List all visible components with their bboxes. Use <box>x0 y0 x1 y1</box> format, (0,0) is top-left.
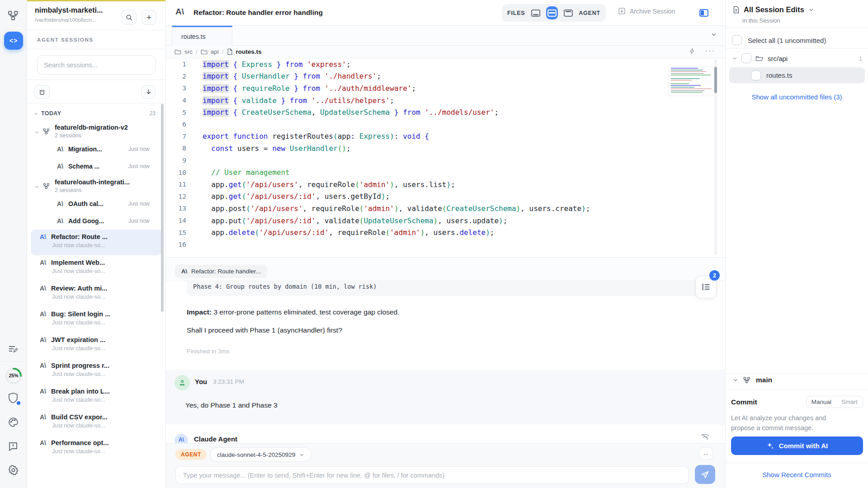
feedback-icon[interactable] <box>8 441 19 452</box>
chat-tab-active[interactable]: A\ Refactor: Route handler... <box>175 265 267 278</box>
split-view-button[interactable] <box>546 6 558 19</box>
workflow-icon[interactable] <box>8 10 19 22</box>
session-meta: Just now claude-so... <box>52 242 157 249</box>
session-title: Migration... <box>68 145 102 153</box>
session-item[interactable]: A\Review: Auth mi...Just now claude-so..… <box>27 281 165 307</box>
sessions-sidebar: nimbalyst-marketi... /var/folders/nq/100… <box>27 0 166 488</box>
select-all-checkbox[interactable] <box>732 35 742 45</box>
chevron-down-icon[interactable] <box>733 377 738 383</box>
folder-checkbox[interactable] <box>741 53 751 63</box>
agent-logo-icon: A\ <box>57 163 63 170</box>
branch-group-header[interactable]: feature/oauth-integrati...2 sessions <box>27 175 165 195</box>
code-editor[interactable]: 1import { Express } from 'express';2impo… <box>166 58 725 257</box>
session-title: Implement Web... <box>51 259 105 266</box>
new-session-button[interactable]: + <box>142 10 156 25</box>
branch-session-item[interactable]: A\Add Goog...Just now <box>27 212 165 230</box>
search-button[interactable] <box>122 10 137 25</box>
agent-view-button[interactable] <box>562 6 574 19</box>
composer-collapse-button[interactable]: -- <box>699 447 713 460</box>
branch-group-header[interactable]: feature/db-migration-v22 sessions <box>27 120 165 141</box>
finished-status: Finished in 3ms <box>187 348 230 355</box>
view-mode-segmented-control: FILES AGENT <box>502 4 606 22</box>
branch-session-item[interactable]: A\Schema ...Just now <box>27 158 165 175</box>
show-all-uncommitted-link[interactable]: Show all uncommitted files (3) <box>726 93 868 101</box>
edits-header[interactable]: All Session Edits <box>733 5 814 14</box>
model-selector[interactable]: claude-sonnet-4-5-20250929 <box>210 447 311 462</box>
usage-progress-ring[interactable]: 25% <box>5 367 23 385</box>
session-item[interactable]: A\Break plan into L...Just now claude-so… <box>27 384 165 410</box>
session-time: Just now <box>128 163 150 169</box>
shield-icon[interactable] <box>8 392 19 404</box>
palette-icon[interactable] <box>8 417 19 428</box>
today-group-header[interactable]: TODAY23 <box>27 107 165 120</box>
session-title: Break plan into L... <box>51 388 110 395</box>
session-meta: Just now claude-so... <box>52 397 161 403</box>
paper-plane-icon <box>701 470 709 479</box>
breadcrumb-api[interactable]: api <box>211 48 219 55</box>
branch-row[interactable]: main <box>733 376 772 384</box>
sidebar-scrollbar[interactable] <box>161 104 164 312</box>
branch-session-item[interactable]: A\OAuth cal...Just now <box>27 195 165 212</box>
session-item[interactable]: A\Performance opt...Just now claude-so..… <box>27 436 165 461</box>
session-item[interactable]: A\Implement Web...Just now claude-so... <box>27 255 165 281</box>
message-input[interactable] <box>175 466 689 484</box>
session-item[interactable]: A\Sprint progress r...Just now claude-so… <box>27 358 165 384</box>
tab-list-chevron-icon[interactable] <box>711 31 717 38</box>
editor-tab-bar: routes.ts <box>166 26 725 46</box>
folder-icon <box>175 49 181 55</box>
code-line: 10 // User management <box>166 166 725 178</box>
code-workspace-button[interactable]: <> <box>4 32 23 50</box>
line-number: 1 <box>166 61 186 68</box>
files-view-button[interactable] <box>529 6 541 19</box>
mode-manual[interactable]: Manual <box>807 399 836 405</box>
show-recent-commits-link[interactable]: Show Recent Commits <box>726 471 868 479</box>
minimap[interactable] <box>668 66 713 96</box>
session-item[interactable]: A\Bug: Silent login ...Just now claude-s… <box>27 307 165 333</box>
file-checkbox[interactable] <box>751 70 761 80</box>
search-sessions-input[interactable] <box>37 55 156 75</box>
outline-button[interactable]: 2 <box>695 276 717 298</box>
folder-icon <box>201 49 208 55</box>
agent-name: Claude Agent <box>194 435 237 443</box>
session-item[interactable]: A\Refactor: Route ...Just now claude-so.… <box>31 230 162 255</box>
breadcrumb-src[interactable]: src <box>184 48 193 55</box>
code-line: 12 app.get('/api/users/:id', users.getBy… <box>166 191 725 203</box>
impact-label: Impact: <box>187 308 212 316</box>
download-sessions-button[interactable] <box>141 85 156 99</box>
branch-session-item[interactable]: A\Migration...Just now <box>27 141 165 158</box>
commit-with-ai-button[interactable]: Commit with AI <box>731 436 863 455</box>
model-name: claude-sonnet-4-5-20250929 <box>217 451 295 458</box>
session-title: OAuth cal... <box>68 200 104 207</box>
agent-layout-icon <box>564 9 573 17</box>
breadcrumb-file[interactable]: routes.ts <box>236 48 262 55</box>
divider <box>27 103 165 103</box>
session-item[interactable]: A\Build CSV expor...Just now claude-so..… <box>27 410 165 436</box>
compose-notes-icon[interactable] <box>8 344 19 355</box>
folder-row[interactable]: src/api 1 <box>732 53 862 63</box>
agent-logo-icon: A\ <box>40 259 46 266</box>
chevron-down-icon <box>808 7 814 13</box>
chat-transcript: Phase 4: Group routes by domain (10 min,… <box>166 281 725 443</box>
line-number: 5 <box>166 109 186 116</box>
more-options-icon[interactable]: ··· <box>705 47 715 55</box>
new-chat-tab-button[interactable]: + <box>241 267 245 277</box>
editor-scrollbar-thumb[interactable] <box>714 67 717 93</box>
send-button[interactable] <box>695 465 715 484</box>
branch-name: feature/db-migration-v2 <box>55 124 128 131</box>
file-row-selected[interactable]: routes.ts <box>729 67 865 83</box>
connection-off-icon[interactable] <box>701 433 710 440</box>
session-title: Refactor: Route ... <box>51 233 108 240</box>
zap-icon[interactable] <box>689 47 695 55</box>
mode-smart[interactable]: Smart <box>836 399 863 405</box>
right-panel-toggle-icon[interactable] <box>699 9 708 17</box>
settings-gear-icon[interactable] <box>8 465 19 476</box>
select-all-row[interactable]: Select all (1 uncommitted) <box>732 35 826 45</box>
chevron-down-icon[interactable] <box>732 56 737 61</box>
archive-filter-button[interactable] <box>34 85 50 99</box>
code-line: 4import { validate } from '../utils/help… <box>166 94 725 107</box>
commit-mode-toggle[interactable]: Manual Smart <box>806 396 863 408</box>
session-item[interactable]: A\JWT expiration ...Just now claude-so..… <box>27 333 165 358</box>
tab-routes-ts[interactable]: routes.ts <box>172 26 232 46</box>
archive-session-button[interactable]: Archive Session <box>618 7 675 15</box>
session-title: Sprint progress r... <box>51 362 109 369</box>
